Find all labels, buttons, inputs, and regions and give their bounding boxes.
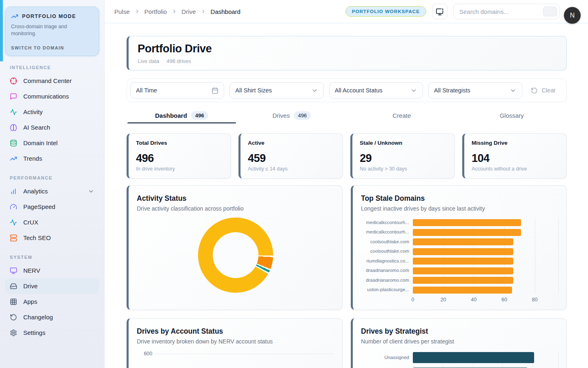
sidebar-item-drive[interactable]: Drive [5, 278, 99, 294]
stat-card-active: Active459Activity ≤ 14 days [238, 133, 343, 179]
sidebar-item-nerv[interactable]: NERV [5, 263, 99, 278]
sidebar-item-trends[interactable]: Trends [5, 151, 99, 166]
sidebar-item-label: Analytics [23, 188, 48, 195]
activity-status-card: Activity Status Drive activity classific… [127, 185, 343, 310]
top-stale-domains-chart: medicalkccontourh...medicalkccontourh...… [361, 219, 558, 304]
drives-by-account-status-chart: 600450 [137, 351, 334, 368]
tab-label: Dashboard [155, 112, 187, 119]
x-axis-tick: 20 [441, 297, 446, 303]
sidebar-item-changelog[interactable]: Changelog [5, 310, 99, 325]
sidebar: PORTFOLIO MODE Cross-domain triage and m… [0, 0, 105, 368]
topbar-right: PORTFOLIO WORKSPACE [345, 4, 559, 19]
portfolio-mode-description: Cross-domain triage and monitoring. [11, 23, 80, 37]
bar [413, 352, 534, 363]
breadcrumb: PulsePortfolioDriveDashboard [114, 8, 241, 15]
bar [413, 267, 513, 274]
sidebar-item-command-center[interactable]: Command Center [5, 73, 99, 89]
drives-by-strategist-title: Drives by Strategist [361, 327, 558, 336]
tab-glossary[interactable]: Glossary [457, 107, 567, 123]
clear-filters-button[interactable]: Clear [528, 87, 563, 94]
top-stale-domains-title: Top Stale Domains [361, 194, 558, 203]
sidebar-item-label: Command Center [23, 77, 71, 84]
sidebar-item-ai-search[interactable]: AI Search [5, 120, 99, 135]
stat-card-subtext: Accounts without a drive [472, 166, 559, 172]
drive-count-label: 496 drives [167, 58, 191, 64]
x-axis-tick: 60 [501, 297, 507, 303]
gridline [558, 352, 559, 368]
message-square-icon [10, 93, 17, 100]
gridline [155, 354, 334, 354]
activity-status-subtitle: Drive activity classification across por… [137, 205, 334, 212]
tab-drives[interactable]: Drives496 [237, 107, 347, 123]
bar [413, 248, 513, 255]
switch-to-domain-button[interactable]: SWITCH TO DOMAIN [11, 45, 93, 50]
sidebar-item-communications[interactable]: Communications [5, 89, 99, 104]
bar-label: coolsouthlake.com [361, 238, 409, 245]
activity-status-chart [137, 212, 334, 293]
sidebar-item-analytics[interactable]: Analytics [5, 184, 99, 199]
topbar: PulsePortfolioDriveDashboard PORTFOLIO W… [105, 0, 588, 23]
breadcrumb-drive[interactable]: Drive [182, 8, 196, 15]
stat-card-title: Stale / Unknown [360, 140, 447, 146]
tab-dashboard[interactable]: Dashboard496 [127, 107, 237, 123]
page-meta: Live data 496 drives [138, 58, 557, 64]
search-box [453, 4, 559, 19]
content: Portfolio Drive Live data 496 drives All… [105, 23, 588, 368]
screen-share-button[interactable] [432, 4, 448, 19]
sidebar-item-label: Tech SEO [23, 234, 51, 241]
stat-card-value: 496 [136, 152, 223, 165]
strategist-filter[interactable]: All Strategists [428, 82, 522, 99]
workspace-badge[interactable]: PORTFOLIO WORKSPACE [345, 6, 426, 17]
bar-label: riumdiagnostics.co... [361, 258, 409, 265]
grid-icon [10, 298, 17, 305]
gauge-icon [10, 203, 17, 211]
tab-bar: Dashboard496Drives496CreateGlossary [127, 107, 567, 123]
sidebar-item-tech-seo[interactable]: Tech SEO [5, 230, 99, 246]
bar-label: draadrianaromo.com [361, 277, 409, 284]
sidebar-item-crux[interactable]: CrUX [5, 215, 99, 230]
bar [413, 238, 513, 245]
breadcrumb-pulse[interactable]: Pulse [114, 8, 130, 15]
tab-label: Drives [272, 112, 290, 119]
sidebar-item-settings[interactable]: Settings [5, 325, 99, 341]
sidebar-item-label: Settings [23, 329, 45, 336]
chevron-down-icon [88, 188, 94, 195]
stat-card-subtext: Activity ≤ 14 days [248, 166, 335, 172]
portfolio-mode-label: PORTFOLIO MODE [22, 13, 76, 19]
sidebar-item-domain-intel[interactable]: Domain Intel [5, 135, 99, 151]
tab-create[interactable]: Create [347, 107, 457, 123]
sidebar-item-label: Activity [23, 108, 43, 115]
shirt-size-filter-value: All Shirt Sizes [235, 87, 272, 94]
bar-label: medicalkccontourh... [361, 229, 409, 236]
shirt-size-filter[interactable]: All Shirt Sizes [229, 82, 323, 99]
activity-status-title: Activity Status [137, 194, 334, 203]
stat-card-total-drives: Total Drives496In drive inventory [127, 133, 231, 179]
sidebar-item-pagespeed[interactable]: PageSpeed [5, 199, 99, 215]
section-label-system: SYSTEM [10, 255, 94, 260]
trending-up-icon [10, 155, 17, 162]
gridline [558, 219, 559, 294]
stat-card-title: Total Drives [136, 140, 223, 146]
stat-card-title: Missing Drive [472, 140, 559, 146]
charts-row-2: Drives by Account Status Drive inventory… [127, 318, 567, 368]
bar-label: Unassigned [361, 352, 409, 363]
sidebar-item-apps[interactable]: Apps [5, 294, 99, 310]
portfolio-mode-title: PORTFOLIO MODE [11, 13, 93, 20]
time-filter[interactable]: All Time [130, 82, 224, 99]
drives-by-strategist-card: Drives by Strategist Number of client dr… [351, 318, 567, 368]
calendar-icon [212, 87, 218, 94]
bar-label: draadrianaromo.com [361, 267, 409, 274]
clear-filters-label: Clear [541, 87, 556, 94]
x-axis-tick: 40 [471, 297, 477, 303]
bar-label: medicalkccontourh... [361, 219, 409, 226]
sidebar-item-activity[interactable]: Activity [5, 104, 99, 120]
bar [413, 229, 521, 236]
top-stale-domains-card: Top Stale Domains Longest inactive drive… [351, 185, 567, 310]
account-status-filter[interactable]: All Account Status [329, 82, 423, 99]
breadcrumb-portfolio[interactable]: Portfolio [145, 8, 167, 15]
y-axis-tick: 600 [144, 351, 152, 357]
user-avatar[interactable]: N [564, 7, 581, 24]
bar-label: coolsouthlake.com [361, 248, 409, 255]
sidebar-item-label: Domain Intel [23, 139, 58, 146]
stat-card-value: 29 [360, 152, 447, 165]
